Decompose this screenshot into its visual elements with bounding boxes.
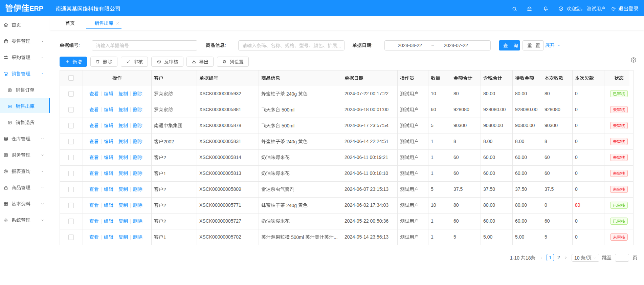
svg-text:1: 1 [163,235,166,240]
svg-text:...: ... [334,235,338,240]
svg-text:2: 2 [163,155,166,160]
svg-text:10: 10 [574,255,580,261]
svg-text:2: 2 [163,219,166,224]
svg-text::: : [225,43,226,48]
svg-text::: : [79,43,80,48]
svg-text:/: / [586,255,587,261]
svg-text:2: 2 [163,203,166,208]
svg-text:240g: 240g [286,91,297,97]
svg-text:18: 18 [526,255,531,261]
svg-text:240g: 240g [286,203,297,208]
svg-text:1: 1 [163,171,166,176]
svg-text:500ml: 500ml [291,235,304,240]
svg-text:2: 2 [163,187,166,192]
svg-text:1-10: 1-10 [510,255,519,261]
svg-text:240g: 240g [286,139,297,144]
svg-text::: : [371,43,373,48]
svg-text:2002: 2002 [163,139,174,144]
svg-text:500ml: 500ml [282,123,294,128]
svg-text:500ml: 500ml [282,107,294,113]
svg-text:...: ... [337,43,341,48]
